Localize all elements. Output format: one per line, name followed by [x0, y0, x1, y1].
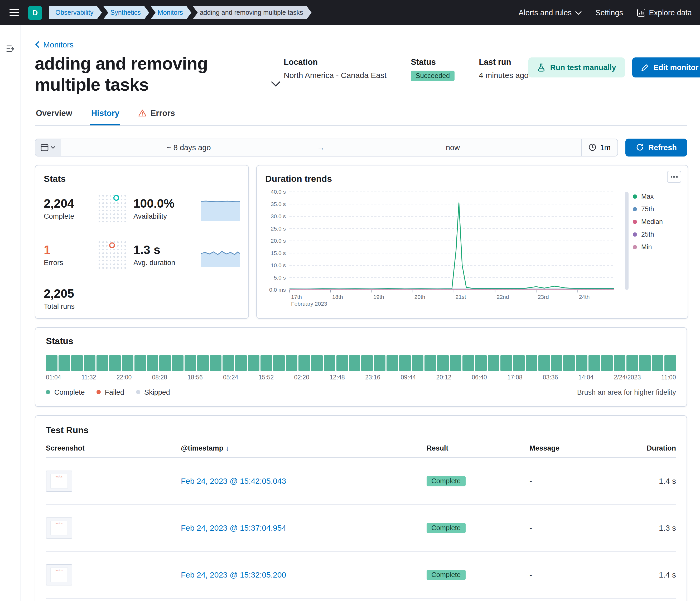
legend-item-median[interactable]: Median	[633, 218, 679, 225]
col-timestamp[interactable]: @timestamp↓	[181, 444, 427, 452]
status-cell-complete[interactable]	[475, 355, 487, 371]
tab-history[interactable]: History	[90, 106, 121, 125]
status-cell-complete[interactable]	[286, 355, 297, 371]
duration-trends-chart[interactable]: 0.0 ms5.0 s10.0 s15.0 s20.0 s25.0 s30.0 …	[265, 187, 623, 309]
explore-data-link[interactable]: Explore data	[637, 8, 692, 17]
alerts-and-rules-menu[interactable]: Alerts and rules	[519, 8, 582, 17]
run-timestamp-link[interactable]: Feb 24, 2023 @ 15:32:05.200	[181, 570, 427, 579]
run-test-manually-button[interactable]: Run test manually	[529, 57, 625, 77]
svg-text:30.0 s: 30.0 s	[271, 213, 286, 219]
status-cell-complete[interactable]	[626, 355, 638, 371]
tab-overview[interactable]: Overview	[35, 106, 73, 125]
status-cell-complete[interactable]	[260, 355, 272, 371]
status-cell-complete[interactable]	[185, 355, 196, 371]
breadcrumb-current-monitor: adding and removing multiple tasks	[193, 6, 311, 19]
stat-errors: 1 Errors	[44, 243, 92, 267]
menu-hamburger-icon[interactable]	[7, 7, 21, 19]
legend-item-75th[interactable]: 75th	[633, 205, 679, 213]
refresh-button[interactable]: Refresh	[625, 138, 687, 156]
status-cell-complete[interactable]	[639, 355, 651, 371]
status-cell-complete[interactable]	[387, 355, 398, 371]
date-end-value[interactable]: now	[325, 143, 581, 152]
status-cell-complete[interactable]	[361, 355, 373, 371]
status-cell-complete[interactable]	[235, 355, 247, 371]
refresh-interval-button[interactable]: 1m	[581, 139, 618, 156]
status-cell-complete[interactable]	[198, 355, 209, 371]
legend-item-max[interactable]: Max	[633, 192, 679, 200]
legend-item-min[interactable]: Min	[633, 243, 679, 251]
status-cell-complete[interactable]	[147, 355, 158, 371]
status-cell-complete[interactable]	[97, 355, 108, 371]
status-cell-complete[interactable]	[513, 355, 524, 371]
edit-monitor-button[interactable]: Edit monitor	[632, 57, 700, 77]
status-cell-complete[interactable]	[589, 355, 600, 371]
refresh-icon	[636, 143, 644, 151]
breadcrumb-synthetics[interactable]: Synthetics	[104, 6, 149, 19]
status-cell-complete[interactable]	[311, 355, 322, 371]
table-row: todos Feb 24, 2023 @ 15:42:05.043 Comple…	[46, 458, 676, 504]
legend-item-25th[interactable]: 25th	[633, 231, 679, 238]
run-screenshot-thumbnail[interactable]: todos	[46, 564, 72, 585]
status-cell-complete[interactable]	[109, 355, 121, 371]
svg-text:20th: 20th	[415, 293, 425, 299]
settings-link[interactable]: Settings	[595, 8, 623, 17]
status-cell-complete[interactable]	[273, 355, 285, 371]
chart-scrollbar[interactable]	[625, 191, 629, 290]
run-screenshot-thumbnail[interactable]: todos	[46, 470, 72, 491]
status-cell-complete[interactable]	[298, 355, 310, 371]
status-cell-complete[interactable]	[46, 355, 57, 371]
status-cell-complete[interactable]	[538, 355, 550, 371]
status-cell-complete[interactable]	[551, 355, 562, 371]
refresh-interval-value: 1m	[600, 143, 610, 152]
run-timestamp-link[interactable]: Feb 24, 2023 @ 15:42:05.043	[181, 476, 427, 485]
quick-select-button[interactable]	[35, 139, 60, 156]
run-screenshot-thumbnail[interactable]: todos	[46, 517, 72, 538]
status-cell-complete[interactable]	[424, 355, 436, 371]
last-run-label: Last run	[479, 57, 528, 67]
status-cell-complete[interactable]	[349, 355, 360, 371]
status-cell-complete[interactable]	[601, 355, 613, 371]
stats-title: Stats	[44, 174, 240, 184]
status-cell-complete[interactable]	[665, 355, 676, 371]
status-cell-complete[interactable]	[412, 355, 423, 371]
breadcrumb-observability[interactable]: Observability	[49, 6, 102, 19]
status-cell-complete[interactable]	[223, 355, 234, 371]
status-cell-complete[interactable]	[210, 355, 222, 371]
status-cell-complete[interactable]	[374, 355, 386, 371]
status-cell-complete[interactable]	[122, 355, 133, 371]
status-cell-complete[interactable]	[500, 355, 512, 371]
status-cell-complete[interactable]	[450, 355, 461, 371]
tab-errors[interactable]: Errors	[138, 106, 176, 125]
legend-label: 75th	[641, 205, 654, 213]
status-cell-complete[interactable]	[159, 355, 171, 371]
status-cell-complete[interactable]	[71, 355, 83, 371]
back-to-monitors-link[interactable]: Monitors	[35, 40, 74, 49]
last-run-block: Last run 4 minutes ago	[479, 57, 528, 81]
status-cell-complete[interactable]	[336, 355, 348, 371]
status-cell-complete[interactable]	[652, 355, 664, 371]
chart-options-button[interactable]	[667, 171, 681, 183]
status-strip[interactable]	[46, 355, 676, 371]
status-cell-complete[interactable]	[58, 355, 70, 371]
status-cell-complete[interactable]	[172, 355, 184, 371]
status-cell-complete[interactable]	[614, 355, 625, 371]
status-cell-complete[interactable]	[324, 355, 335, 371]
status-cell-complete[interactable]	[525, 355, 537, 371]
status-cell-complete[interactable]	[84, 355, 96, 371]
status-cell-complete[interactable]	[134, 355, 146, 371]
space-avatar[interactable]: D	[28, 5, 42, 20]
run-timestamp-link[interactable]: Feb 24, 2023 @ 15:37:04.954	[181, 523, 427, 532]
status-cell-complete[interactable]	[248, 355, 259, 371]
status-cell-complete[interactable]	[488, 355, 499, 371]
explore-data-icon	[637, 8, 645, 17]
status-cell-complete[interactable]	[576, 355, 588, 371]
status-cell-complete[interactable]	[399, 355, 411, 371]
expand-nav-button[interactable]	[4, 42, 17, 57]
status-cell-complete[interactable]	[437, 355, 449, 371]
breadcrumb-monitors[interactable]: Monitors	[151, 6, 192, 19]
status-timeline-panel: Status 01:0411:3222:0008:2818:5605:2415:…	[35, 327, 687, 407]
monitor-select-caret[interactable]	[270, 79, 281, 89]
status-cell-complete[interactable]	[564, 355, 575, 371]
status-cell-complete[interactable]	[462, 355, 474, 371]
date-start-value[interactable]: ~ 8 days ago	[60, 143, 317, 152]
